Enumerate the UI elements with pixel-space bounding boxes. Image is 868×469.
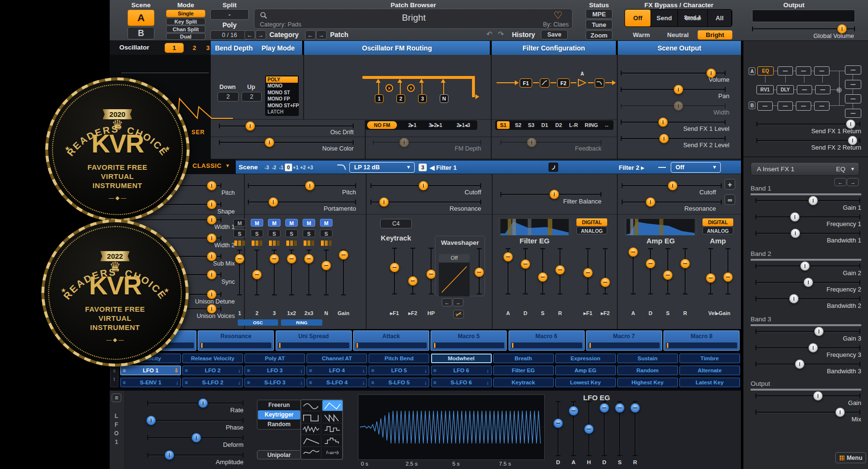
scene-octave--1[interactable]: -1 [278,164,285,171]
mixer-level-1-handle[interactable] [235,254,244,264]
modsource-lfo-2[interactable]: ≡LFO 2↓ [182,366,243,375]
modsource-lfo-5[interactable]: ≡LFO 5↓ [369,366,429,375]
fxgrid-slot-b1[interactable]: — [757,101,773,111]
osc-drift-handle[interactable] [245,121,255,131]
split-value-button[interactable]: - [210,9,249,20]
modsource-s-lfo-3[interactable]: ≡S-LFO 3↓ [244,378,305,387]
modsource-highest-key[interactable]: Highest Key [617,378,678,387]
insert-fx-header[interactable]: A Insert FX 1EQ▾ [751,162,859,176]
mixer-mute-4[interactable]: M [285,219,298,227]
play-mode-latch[interactable]: LATCH [266,109,298,115]
fxgrid-slot-b2[interactable]: — [778,101,793,111]
save-button[interactable]: Save [541,30,568,39]
mixer-solo-4[interactable]: S [285,229,298,237]
noise-color-handle[interactable] [265,138,274,147]
osc-param-pitch-handle[interactable] [207,181,217,190]
waveshaper-drive-handle[interactable] [474,267,484,277]
play-mode-mono[interactable]: MONO [266,83,298,89]
macro-value-bar-3[interactable] [278,342,349,348]
amp-eg-digital-toggle[interactable]: DIGITAL [702,218,733,226]
fm-route-2[interactable]: 3▸2▸1 [423,121,447,129]
filter-eg-slider-5-handle[interactable] [600,278,610,287]
osc-tab-1[interactable]: 1 [165,43,184,53]
fxgrid-slot-a4[interactable]: — [814,66,830,76]
mixer-mute-6[interactable]: M [320,219,332,227]
modsource-menu-icon[interactable]: ≡ [123,368,126,373]
modsource-arm-icon[interactable]: ↓ [238,380,241,385]
fm-route-1[interactable]: 2▸1 [404,121,421,129]
insert-fx-next-button[interactable]: → [847,178,859,186]
modsource-menu-icon[interactable]: ≡ [123,380,126,385]
mixer-level-2x3-handle[interactable] [304,254,314,264]
modsource-arm-icon[interactable]: ↓ [424,368,427,373]
lfo-menu-button[interactable]: ≡ [112,393,121,402]
mixer-mute-5[interactable]: M [303,219,315,227]
lfo-unipolar-button[interactable]: Unipolar [257,450,301,459]
modsource-s-env-1[interactable]: ≡S-ENV 1↓ [120,378,181,387]
filter-eg-slider-3-handle[interactable] [555,265,565,275]
modsource-menu-icon[interactable]: ≡ [185,368,188,373]
scene-octave-0[interactable]: 0 [285,164,292,171]
modsource-arm-icon[interactable]: ↓ [238,368,241,373]
modsource-menu-icon[interactable]: ≡ [371,368,374,373]
modsource-modwheel[interactable]: Modwheel [431,354,492,363]
osc-param-width-1-handle[interactable] [207,215,217,225]
undo-icon[interactable]: ↶ [484,30,495,38]
fm-route-0[interactable]: NO FM [367,121,397,129]
play-mode-mono-fp[interactable]: MONO FP [266,96,298,102]
keytrack-slider-0-handle[interactable] [390,263,399,272]
keytrack-slider-2-handle[interactable] [426,269,436,279]
modlist-side-tab[interactable]: st [110,365,118,387]
fcfg-option-4[interactable]: D2 [553,121,564,129]
fx-bypass-option-off[interactable]: Off [625,10,651,26]
fxgrid-slot-g4[interactable]: — [845,109,861,118]
mode-option-key-split[interactable]: Key Split [166,18,205,25]
modsource-arm-icon[interactable]: ↓ [300,368,303,373]
tune-button[interactable]: Tune [586,20,613,29]
fx-bypass-option-send---global[interactable]: Send & Global [678,10,708,26]
lfo-trigger-random[interactable]: Random [258,420,300,429]
modsource-channel-at[interactable]: Channel AT [306,354,367,363]
mixer-group-osc[interactable]: OSC [238,319,278,326]
lfo-shape-triangle[interactable] [322,400,343,411]
mixer-mute-3[interactable]: M [268,219,281,227]
fcfg-option-6[interactable]: RING [583,121,600,129]
lfo-eg-slider-5-handle[interactable] [630,403,640,413]
mode-option-dual[interactable]: Dual [166,33,205,40]
modsource-sustain[interactable]: Sustain [617,354,678,363]
mixer-level-3-handle[interactable] [269,254,279,264]
osc-param-unison-voices-handle[interactable] [207,304,217,314]
fxgrid-slot-s3[interactable]: — [797,85,812,94]
macro-slot-6[interactable]: Macro 6 [509,330,585,351]
macro-value-bar-7[interactable] [588,342,660,348]
mixer-level-n-handle[interactable] [321,261,331,270]
modsource-release-velocity[interactable]: Release Velocity [182,354,243,363]
lfo-trigger-keytrigger[interactable]: Keytrigger [258,410,300,419]
macro-slot-7[interactable]: Macro 7 [586,330,662,351]
character-option-neutral[interactable]: Neutral [660,30,696,39]
modsource-breath[interactable]: Breath [493,354,554,363]
mpe-button[interactable]: MPE [586,9,613,19]
fxgrid-slot-g3[interactable]: — [845,94,861,103]
fcfg-option-3[interactable]: D1 [539,121,550,129]
fm-depth-handle[interactable] [399,138,409,147]
scene-octave--3[interactable]: -3 [263,164,270,171]
fcfg-option-2[interactable]: S3 [526,121,536,129]
play-mode-mono-st[interactable]: MONO ST [266,89,298,96]
keytrack-slider-1-handle[interactable] [408,276,418,286]
fx-bypass-option-send[interactable]: Send [651,10,678,26]
modsource-amp-eg[interactable]: Amp EG [555,366,616,375]
fcfg-option-7[interactable]: ↔ [601,121,612,129]
mixer-level-gain-handle[interactable] [339,250,348,260]
modsource-menu-icon[interactable]: ≡ [309,368,312,373]
osc-param-shape-handle[interactable] [207,200,217,209]
lfo-shape-noise[interactable] [301,424,321,435]
macro-value-bar-8[interactable] [666,342,737,348]
mixer-group-ring[interactable]: RING [281,319,322,326]
filter2-offset-toggle[interactable] [549,163,558,172]
fxgrid-slot-a1-eq[interactable]: EQ [757,66,774,76]
amp-eg-gain-handle[interactable] [723,272,733,282]
lfo-eg-slider-0-handle[interactable] [553,418,563,428]
modsource-lfo-4[interactable]: ≡LFO 4↓ [306,366,367,375]
lfo-phase-handle[interactable] [146,416,156,425]
